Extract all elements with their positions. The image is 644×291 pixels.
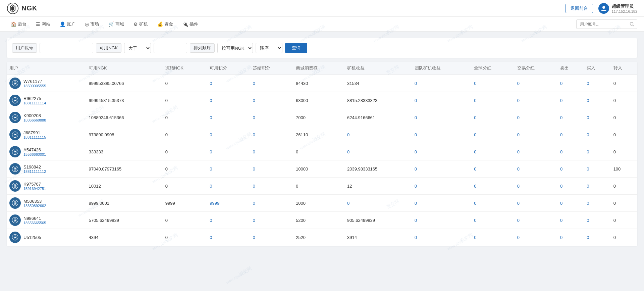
navbar: 🏠 后台 ☰ 网站 👤 账户 ◎ 市场 🛒 商城 ⚙ 矿机 💰 资金 🔌 插件: [0, 17, 644, 32]
table-row[interactable]: M506353133508926628999.00019999999901000…: [7, 195, 637, 212]
col-available-points: 可用积分: [207, 62, 250, 75]
col-transfer: 转入: [611, 62, 637, 75]
user-avatar: [9, 112, 21, 123]
cell-buy: 0: [584, 143, 610, 160]
nav-item-mining[interactable]: ⚙ 矿机: [129, 17, 152, 32]
user-name: M506353: [23, 199, 46, 204]
filter-comparison-select[interactable]: 大于 小于 等于: [124, 43, 151, 53]
nav-item-plugins[interactable]: 🔌 插件: [178, 17, 202, 32]
cell-available_ngk: 10889246.615366: [86, 109, 163, 126]
cell-mining_income: 3914: [344, 229, 412, 246]
cell-buy: 0: [584, 178, 610, 195]
filter-ngk-value-input[interactable]: [154, 43, 187, 53]
cell-team_mining_income: 0: [412, 75, 471, 92]
user-phone: 18500005555: [23, 84, 46, 88]
nav-label-mining: 矿机: [139, 21, 148, 27]
btn-query[interactable]: 查询: [285, 43, 307, 53]
cell-shop_consumption: 7000: [293, 109, 344, 126]
users-table: 用户 可用NGK 冻结NGK 可用积分 冻结积分 商城消费额 矿机收益 团队矿机…: [7, 62, 637, 246]
nav-item-account[interactable]: 👤 账户: [56, 17, 79, 32]
user-phone: 13350892662: [23, 204, 46, 208]
table-row[interactable]: A5474261556666000133333300000000000: [7, 143, 637, 160]
cell-frozen_points: 0: [250, 160, 293, 178]
nav-item-market[interactable]: ◎ 市场: [81, 17, 103, 32]
user-phone: 15566660001: [23, 152, 46, 156]
cell-shop_consumption: 63000: [293, 92, 344, 109]
cell-buy: 0: [584, 126, 610, 143]
cell-sell: 0: [557, 126, 584, 143]
table-row[interactable]: U512505439400025203914000000: [7, 229, 637, 246]
navbar-search: [576, 19, 637, 29]
cell-frozen_points: 0: [250, 178, 293, 195]
table-row[interactable]: S1988421881111111297040.0797316500010000…: [7, 160, 637, 178]
admin-avatar-icon: [600, 5, 607, 12]
cell-transfer: 0: [611, 178, 637, 195]
svg-point-11: [14, 134, 16, 135]
table-row[interactable]: W76117718500005555999953385.007660008443…: [7, 75, 637, 92]
cell-available_points: 0: [207, 229, 250, 246]
user-avatar: [9, 95, 21, 106]
nav-item-website[interactable]: ☰ 网站: [32, 17, 54, 32]
cell-mining_income: 0: [344, 126, 412, 143]
col-mining-income: 矿机收益: [344, 62, 412, 75]
cell-transfer: 0: [611, 212, 637, 229]
user-cell-2: K90020818866668888: [7, 109, 86, 126]
cell-trade_dividend: 0: [515, 126, 557, 143]
table-row[interactable]: K9757671591694275110012000012000000: [7, 178, 637, 195]
cell-available_points: 0: [207, 160, 250, 178]
cell-sell: 0: [557, 195, 584, 212]
btn-back[interactable]: 返回前台: [566, 4, 593, 13]
user-phone: 18811111112: [23, 169, 46, 174]
cell-available_points: 0: [207, 143, 250, 160]
nav-label-funds: 资金: [164, 21, 173, 27]
cell-frozen_points: 0: [250, 212, 293, 229]
cell-shop_consumption: 84430: [293, 75, 344, 92]
cell-frozen_points: 0: [250, 126, 293, 143]
cell-trade_dividend: 0: [515, 229, 557, 246]
nav-item-backend[interactable]: 🏠 后台: [7, 17, 31, 32]
cell-team_mining_income: 0: [412, 229, 471, 246]
filter-order-select[interactable]: 降序 升序: [256, 43, 282, 53]
navbar-search-input[interactable]: [577, 20, 627, 29]
table-row[interactable]: K9002081886666888810889246.6153660007000…: [7, 109, 637, 126]
admin-info: 超级管理员 117.152.16.182: [598, 3, 637, 14]
user-cell-3: J68799118811111115: [7, 126, 86, 143]
nav-item-shop[interactable]: 🛒 商城: [104, 17, 128, 32]
cell-frozen_ngk: 0: [163, 229, 207, 246]
user-avatar: [9, 197, 21, 209]
cell-buy: 0: [584, 75, 610, 92]
logo-icon: [7, 2, 19, 14]
filter-user-input[interactable]: [40, 43, 93, 53]
cell-mining_income: 2039.98333165: [344, 160, 412, 178]
funds-icon: 💰: [157, 21, 163, 27]
svg-point-17: [14, 185, 16, 187]
svg-point-13: [14, 151, 16, 152]
cell-frozen_ngk: 0: [163, 109, 207, 126]
filter-sort-select[interactable]: 按可用NGK 按冻结NGK 按积分: [217, 43, 253, 53]
cell-buy: 0: [584, 160, 610, 178]
cell-available_ngk: 5705.62499839: [86, 212, 163, 229]
header: NGK 返回前台 超级管理员 117.152.16.182: [0, 0, 644, 17]
cell-shop_consumption: 0: [293, 178, 344, 195]
mining-icon: ⚙: [133, 21, 138, 27]
user-icon: 👤: [60, 21, 65, 27]
svg-point-15: [14, 168, 16, 169]
cell-global_dividend: 0: [471, 195, 514, 212]
cell-transfer: 0: [611, 126, 637, 143]
cell-mining_income: 0: [344, 195, 412, 212]
navbar-search-button[interactable]: [627, 20, 637, 29]
cell-buy: 0: [584, 229, 610, 246]
cell-buy: 0: [584, 195, 610, 212]
cell-available_ngk: 97040.07973165: [86, 160, 163, 178]
user-avatar: [9, 214, 21, 226]
table-row[interactable]: R96227518811111114999945815.353730006300…: [7, 92, 637, 109]
user-avatar: [9, 146, 21, 157]
cell-available_ngk: 10012: [86, 178, 163, 195]
cell-mining_income: 0: [344, 143, 412, 160]
nav-item-funds[interactable]: 💰 资金: [153, 17, 177, 32]
cell-team_mining_income: 0: [412, 160, 471, 178]
table-row[interactable]: N986641186566655655705.62499839000520090…: [7, 212, 637, 229]
user-cell-9: U512505: [7, 229, 86, 246]
table-row[interactable]: J68799118811111115973890.090800026110000…: [7, 126, 637, 143]
admin-ip: 117.152.16.182: [612, 9, 637, 13]
